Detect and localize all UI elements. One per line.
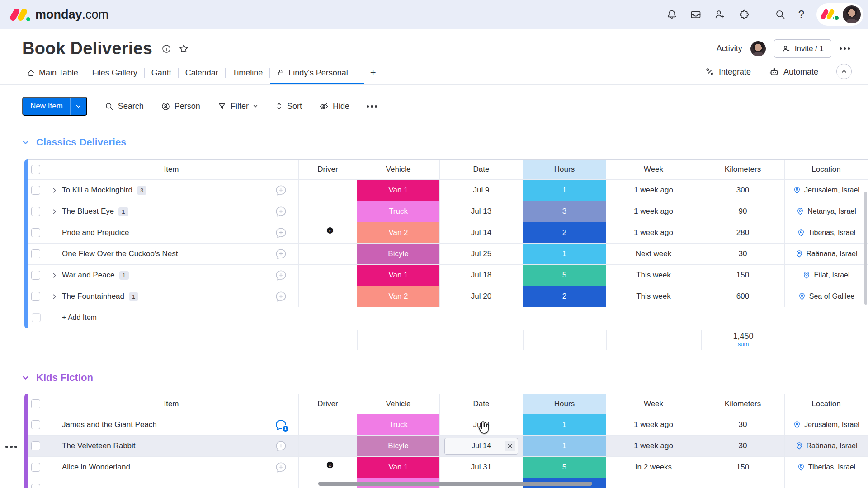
week-cell[interactable]: 1 week ago [606, 414, 701, 436]
vehicle-cell[interactable]: Bicyle [357, 436, 440, 457]
inbox-tray-icon[interactable] [690, 9, 702, 20]
add-conversation-icon[interactable] [274, 248, 288, 261]
column-header-hours[interactable]: Hours [523, 394, 606, 414]
row-checkbox-cell[interactable] [28, 478, 44, 488]
row-checkbox[interactable] [31, 249, 40, 258]
kilometers-cell[interactable]: 600 [701, 286, 785, 307]
chevron-down-icon[interactable] [22, 375, 29, 381]
week-cell[interactable]: 1 week ago [606, 201, 701, 222]
board-options-menu[interactable] [840, 47, 850, 50]
column-header-week[interactable]: Week [606, 160, 701, 180]
collapse-header-button[interactable] [836, 64, 852, 79]
date-chip[interactable]: Jul 14 [444, 438, 518, 455]
hide-tool[interactable]: Hide [319, 102, 349, 111]
item-cell[interactable]: The Fountainhead 1 [44, 286, 263, 307]
hours-cell[interactable]: 1 [523, 180, 606, 201]
row-checkbox-cell[interactable] [28, 414, 44, 436]
location-cell[interactable]: Tiberias, Israel [785, 457, 868, 478]
driver-cell[interactable] [299, 436, 357, 457]
column-header-vehicle[interactable]: Vehicle [357, 160, 440, 180]
add-item-row[interactable]: + Add Item [28, 307, 868, 328]
row-options-menu[interactable] [5, 446, 17, 448]
search-tool[interactable]: Search [104, 102, 144, 111]
row-checkbox-cell[interactable] [28, 286, 44, 307]
add-item-label[interactable]: + Add Item [62, 314, 97, 322]
conversation-cell[interactable] [263, 201, 299, 222]
expand-chevron-icon[interactable] [52, 294, 57, 300]
item-name[interactable]: Pride and Prejudice [62, 228, 129, 237]
conversation-cell[interactable] [263, 180, 299, 201]
toolbar-more-menu[interactable] [367, 105, 377, 108]
vehicle-cell[interactable]: Bicyle [357, 244, 440, 265]
activity-label[interactable]: Activity [717, 44, 742, 53]
kilometers-cell[interactable]: 30 [701, 244, 785, 265]
vehicle-cell[interactable]: Truck [357, 201, 440, 222]
conversation-cell[interactable]: 1 [263, 414, 299, 436]
horizontal-scrollbar[interactable] [318, 482, 592, 486]
date-cell[interactable]: Jul 31 [440, 457, 523, 478]
column-header-location[interactable]: Location [785, 394, 868, 414]
kilometers-sum-cell[interactable]: 1,450 sum [702, 330, 785, 350]
tab-calendar[interactable]: Calendar [179, 68, 225, 84]
date-cell[interactable]: Jul 9 [440, 180, 523, 201]
conversation-cell[interactable] [263, 244, 299, 265]
driver-cell[interactable] [299, 244, 357, 265]
row-checkbox-cell[interactable] [28, 244, 44, 265]
conversation-cell[interactable] [263, 478, 299, 488]
column-header-hours[interactable]: Hours [523, 160, 606, 180]
column-header-kilometers[interactable]: Kilometers [701, 160, 785, 180]
column-header-date[interactable]: Date [440, 160, 523, 180]
row-checkbox-cell[interactable] [28, 265, 44, 286]
chevron-down-icon[interactable] [71, 103, 86, 109]
row-checkbox[interactable] [31, 207, 40, 216]
add-conversation-icon[interactable] [274, 226, 288, 239]
location-cell[interactable]: Jerusalem, Israel [785, 180, 868, 201]
invite-members-icon[interactable] [714, 9, 726, 20]
chevron-down-icon[interactable] [22, 139, 29, 146]
row-checkbox[interactable] [31, 228, 40, 237]
hours-cell[interactable]: 5 [523, 457, 606, 478]
add-conversation-icon[interactable] [274, 461, 288, 474]
add-view-button[interactable]: + [364, 67, 382, 84]
group-header-kids[interactable]: Kids Fiction [22, 372, 868, 384]
clear-date-icon[interactable] [505, 441, 515, 451]
item-name[interactable]: To Kill a Mockingbird [62, 186, 132, 195]
location-cell[interactable]: Netanya, Israel [785, 201, 868, 222]
driver-cell[interactable] [299, 286, 357, 307]
column-header-driver[interactable]: Driver [299, 160, 357, 180]
item-cell[interactable]: Pride and Prejudice [44, 222, 263, 244]
notifications-bell-icon[interactable] [666, 9, 678, 20]
add-conversation-icon[interactable] [274, 440, 288, 453]
tab-gantt[interactable]: Gantt [145, 68, 178, 84]
group-name[interactable]: Classics Deliveries [36, 136, 126, 148]
column-header-location[interactable]: Location [785, 160, 868, 180]
week-cell[interactable]: In 2 weeks [606, 457, 701, 478]
row-checkbox-cell[interactable] [28, 457, 44, 478]
tab-main-table[interactable]: Main Table [22, 68, 85, 84]
search-icon[interactable] [774, 9, 786, 20]
vehicle-cell[interactable]: Van 1 [357, 457, 440, 478]
sort-tool[interactable]: Sort [275, 102, 302, 111]
row-checkbox[interactable] [31, 463, 40, 472]
item-name[interactable]: The Velveteen Rabbit [62, 441, 136, 450]
automate-button[interactable]: Automate [769, 67, 818, 77]
date-cell[interactable]: Jul 20 [440, 286, 523, 307]
expand-chevron-icon[interactable] [52, 188, 57, 193]
vehicle-cell[interactable]: Truck [357, 414, 440, 436]
driver-cell[interactable] [299, 414, 357, 436]
hours-cell[interactable]: 2 [523, 286, 606, 307]
column-header-driver[interactable]: Driver [299, 394, 357, 414]
date-cell-editing[interactable]: Jul 14 [440, 436, 523, 457]
user-avatar[interactable] [843, 5, 861, 23]
tab-lindys-personal[interactable]: Lindy's Personal ... [270, 68, 364, 84]
kilometers-cell[interactable]: 30 [701, 414, 785, 436]
conversation-cell[interactable] [263, 286, 299, 307]
item-name[interactable]: Alice in Wonderland [62, 463, 130, 472]
location-cell[interactable]: Sea of Galilee [785, 286, 868, 307]
item-cell[interactable]: Alice in Wonderland [44, 457, 263, 478]
driver-cell[interactable]: ⌂ [299, 222, 357, 244]
item-name[interactable]: War and Peace [62, 271, 115, 280]
row-checkbox[interactable] [31, 271, 40, 280]
select-all-checkbox[interactable] [31, 399, 40, 408]
date-cell[interactable]: Jul 13 [440, 201, 523, 222]
